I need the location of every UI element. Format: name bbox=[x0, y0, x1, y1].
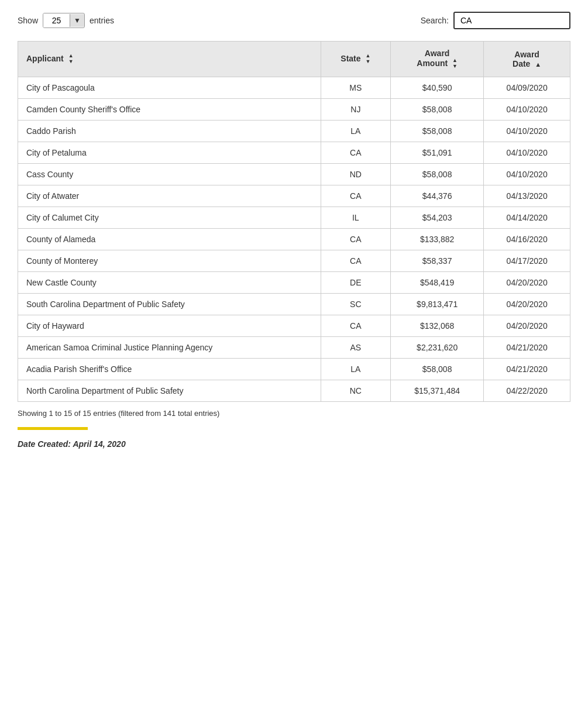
table-header-row: Applicant ▲ ▼ State ▲ ▼ AwardAmount ▲ ▼ bbox=[18, 42, 570, 77]
cell-applicant: County of Alameda bbox=[18, 228, 321, 250]
cell-award-date: 04/10/2020 bbox=[484, 98, 570, 120]
cell-applicant: Camden County Sheriff's Office bbox=[18, 98, 321, 120]
cell-applicant: City of Pascagoula bbox=[18, 77, 321, 98]
cell-award-date: 04/20/2020 bbox=[484, 293, 570, 315]
cell-award-amount: $2,231,620 bbox=[390, 336, 483, 358]
cell-award-date: 04/10/2020 bbox=[484, 163, 570, 185]
cell-state: ND bbox=[321, 163, 390, 185]
sort-arrows-state: ▲ ▼ bbox=[365, 53, 370, 65]
cell-applicant: City of Hayward bbox=[18, 315, 321, 336]
table-row: City of Calumet CityIL$54,20304/14/2020 bbox=[18, 207, 570, 228]
cell-state: CA bbox=[321, 185, 390, 207]
cell-applicant: North Carolina Department of Public Safe… bbox=[18, 380, 321, 401]
cell-state: AS bbox=[321, 336, 390, 358]
cell-state: CA bbox=[321, 142, 390, 163]
table-row: Caddo ParishLA$58,00804/10/2020 bbox=[18, 120, 570, 142]
cell-state: LA bbox=[321, 120, 390, 142]
table-body: City of PascagoulaMS$40,59004/09/2020Cam… bbox=[18, 77, 570, 401]
cell-state: IL bbox=[321, 207, 390, 228]
cell-applicant: City of Calumet City bbox=[18, 207, 321, 228]
cell-state: CA bbox=[321, 250, 390, 271]
col-header-applicant[interactable]: Applicant ▲ ▼ bbox=[18, 42, 321, 77]
cell-award-amount: $58,337 bbox=[390, 250, 483, 271]
cell-applicant: Cass County bbox=[18, 163, 321, 185]
table-row: Cass CountyND$58,00804/10/2020 bbox=[18, 163, 570, 185]
show-entries-control: Show ▼ entries bbox=[18, 13, 114, 28]
top-controls: Show ▼ entries Search: bbox=[18, 12, 570, 29]
cell-award-amount: $133,882 bbox=[390, 228, 483, 250]
cell-award-date: 04/10/2020 bbox=[484, 120, 570, 142]
cell-award-date: 04/10/2020 bbox=[484, 142, 570, 163]
table-row: City of PetalumaCA$51,09104/10/2020 bbox=[18, 142, 570, 163]
sort-active-up-award-date: ▲ bbox=[535, 61, 541, 68]
entries-select-wrapper: ▼ bbox=[43, 13, 85, 28]
cell-state: NJ bbox=[321, 98, 390, 120]
cell-state: SC bbox=[321, 293, 390, 315]
cell-state: CA bbox=[321, 228, 390, 250]
cell-applicant: City of Atwater bbox=[18, 185, 321, 207]
table-row: North Carolina Department of Public Safe… bbox=[18, 380, 570, 401]
table-row: American Samoa Criminal Justice Planning… bbox=[18, 336, 570, 358]
data-table: Applicant ▲ ▼ State ▲ ▼ AwardAmount ▲ ▼ bbox=[18, 41, 570, 402]
cell-award-amount: $44,376 bbox=[390, 185, 483, 207]
col-label-award-amount: AwardAmount bbox=[417, 49, 449, 68]
cell-award-amount: $15,371,484 bbox=[390, 380, 483, 401]
cell-award-date: 04/21/2020 bbox=[484, 336, 570, 358]
search-input[interactable] bbox=[453, 12, 570, 29]
sort-arrows-award-date: ▲ bbox=[535, 61, 541, 68]
cell-award-date: 04/16/2020 bbox=[484, 228, 570, 250]
table-row: South Carolina Department of Public Safe… bbox=[18, 293, 570, 315]
cell-applicant: American Samoa Criminal Justice Planning… bbox=[18, 336, 321, 358]
sort-arrows-award-amount: ▲ ▼ bbox=[452, 58, 458, 70]
cell-applicant: Acadia Parish Sheriff's Office bbox=[18, 358, 321, 380]
cell-award-amount: $51,091 bbox=[390, 142, 483, 163]
yellow-bar-decoration bbox=[18, 427, 88, 430]
sort-down-award-amount: ▼ bbox=[452, 64, 458, 70]
cell-award-date: 04/17/2020 bbox=[484, 250, 570, 271]
table-row: City of PascagoulaMS$40,59004/09/2020 bbox=[18, 77, 570, 98]
cell-applicant: South Carolina Department of Public Safe… bbox=[18, 293, 321, 315]
col-label-applicant: Applicant bbox=[26, 54, 64, 63]
cell-award-amount: $132,068 bbox=[390, 315, 483, 336]
cell-applicant: City of Petaluma bbox=[18, 142, 321, 163]
sort-down-state: ▼ bbox=[365, 59, 370, 65]
entries-dropdown-arrow[interactable]: ▼ bbox=[70, 14, 84, 27]
cell-award-date: 04/13/2020 bbox=[484, 185, 570, 207]
cell-award-amount: $58,008 bbox=[390, 358, 483, 380]
col-header-award-amount[interactable]: AwardAmount ▲ ▼ bbox=[390, 42, 483, 77]
cell-award-amount: $54,203 bbox=[390, 207, 483, 228]
cell-applicant: Caddo Parish bbox=[18, 120, 321, 142]
cell-award-amount: $58,008 bbox=[390, 120, 483, 142]
table-row: County of MontereyCA$58,33704/17/2020 bbox=[18, 250, 570, 271]
cell-award-date: 04/20/2020 bbox=[484, 271, 570, 293]
table-row: Acadia Parish Sheriff's OfficeLA$58,0080… bbox=[18, 358, 570, 380]
cell-award-date: 04/14/2020 bbox=[484, 207, 570, 228]
cell-applicant: New Castle County bbox=[18, 271, 321, 293]
cell-state: LA bbox=[321, 358, 390, 380]
col-header-state[interactable]: State ▲ ▼ bbox=[321, 42, 390, 77]
cell-award-date: 04/09/2020 bbox=[484, 77, 570, 98]
cell-award-date: 04/21/2020 bbox=[484, 358, 570, 380]
col-header-award-date[interactable]: AwardDate ▲ bbox=[484, 42, 570, 77]
cell-state: CA bbox=[321, 315, 390, 336]
sort-down-applicant: ▼ bbox=[68, 59, 74, 65]
cell-award-date: 04/20/2020 bbox=[484, 315, 570, 336]
table-row: County of AlamedaCA$133,88204/16/2020 bbox=[18, 228, 570, 250]
cell-award-amount: $548,419 bbox=[390, 271, 483, 293]
show-label: Show bbox=[18, 16, 38, 25]
cell-award-amount: $58,008 bbox=[390, 98, 483, 120]
cell-award-amount: $58,008 bbox=[390, 163, 483, 185]
cell-state: DE bbox=[321, 271, 390, 293]
cell-award-amount: $40,590 bbox=[390, 77, 483, 98]
table-row: New Castle CountyDE$548,41904/20/2020 bbox=[18, 271, 570, 293]
footer-summary: Showing 1 to 15 of 15 entries (filtered … bbox=[18, 409, 570, 418]
entries-label: entries bbox=[90, 16, 114, 25]
table-row: Camden County Sheriff's OfficeNJ$58,0080… bbox=[18, 98, 570, 120]
cell-state: NC bbox=[321, 380, 390, 401]
table-row: City of HaywardCA$132,06804/20/2020 bbox=[18, 315, 570, 336]
cell-award-amount: $9,813,471 bbox=[390, 293, 483, 315]
sort-arrows-applicant: ▲ ▼ bbox=[68, 53, 74, 65]
entries-input[interactable] bbox=[43, 13, 70, 27]
cell-state: MS bbox=[321, 77, 390, 98]
cell-applicant: County of Monterey bbox=[18, 250, 321, 271]
